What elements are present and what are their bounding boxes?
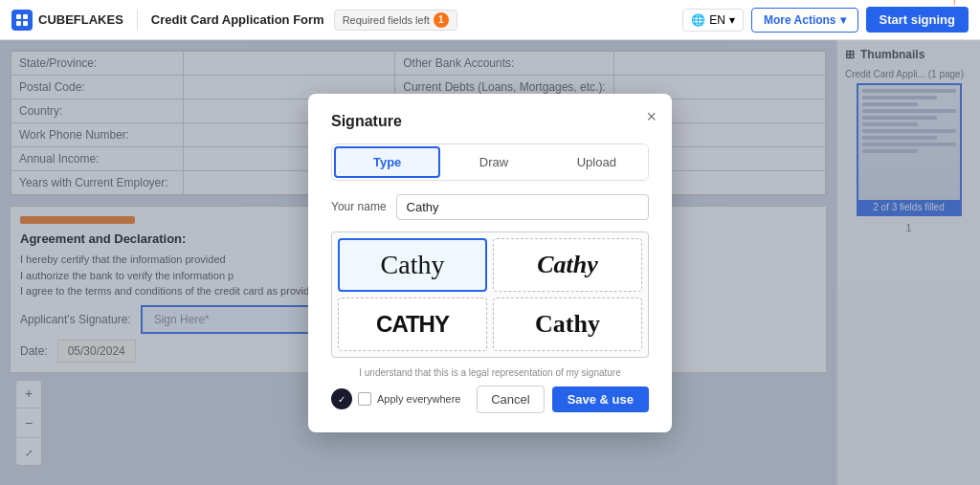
apply-everywhere-checkbox[interactable] bbox=[358, 392, 371, 406]
start-signing-button[interactable]: ↑ Start signing bbox=[866, 7, 969, 33]
sig-option-2[interactable]: Cathy bbox=[493, 238, 642, 292]
name-row: Your name bbox=[331, 194, 649, 220]
sig-style-cursive1: Cathy bbox=[381, 250, 445, 280]
legal-text: I understand that this is a legal repres… bbox=[331, 367, 649, 378]
name-label: Your name bbox=[331, 200, 387, 213]
modal-footer: ✓ Apply everywhere Cancel Save & use bbox=[331, 386, 649, 413]
svg-rect-2 bbox=[16, 21, 21, 26]
required-label: Required fields left bbox=[343, 14, 430, 26]
svg-rect-0 bbox=[16, 14, 21, 19]
lang-label: EN bbox=[709, 13, 725, 27]
tab-type[interactable]: Type bbox=[334, 146, 440, 178]
logo-text: CUBEFLAKES bbox=[38, 12, 123, 27]
signature-options: Cathy Cathy CATHY Cathy bbox=[331, 231, 649, 358]
arrow-up-icon: ↑ bbox=[949, 0, 959, 7]
name-input[interactable] bbox=[396, 194, 649, 220]
apply-icon: ✓ bbox=[331, 388, 352, 409]
sig-option-1[interactable]: Cathy bbox=[338, 238, 487, 292]
signature-modal: Signature × Type Draw Upload Your name C… bbox=[308, 94, 672, 432]
tab-draw[interactable]: Draw bbox=[442, 144, 545, 180]
required-count: 1 bbox=[434, 12, 449, 28]
check-icon: ✓ bbox=[338, 394, 345, 405]
topbar-separator bbox=[137, 10, 138, 31]
svg-rect-1 bbox=[23, 14, 28, 19]
svg-rect-3 bbox=[23, 21, 28, 26]
topbar-right: 🌐 EN ▾ More Actions ▾ ↑ Start signing bbox=[682, 7, 969, 33]
modal-close-button[interactable]: × bbox=[646, 107, 657, 127]
chevron-down-icon: ▾ bbox=[840, 13, 846, 27]
sig-option-4[interactable]: Cathy bbox=[493, 298, 642, 351]
modal-overlay: Signature × Type Draw Upload Your name C… bbox=[0, 40, 980, 485]
sig-style-bold1: CATHY bbox=[376, 311, 449, 338]
apply-everywhere-label: Apply everywhere bbox=[377, 393, 460, 405]
topbar: CUBEFLAKES Credit Card Application Form … bbox=[0, 0, 980, 40]
sig-style-serif1: Cathy bbox=[535, 310, 600, 339]
modal-title: Signature bbox=[331, 113, 649, 130]
globe-icon: 🌐 bbox=[691, 13, 705, 27]
start-signing-label: Start signing bbox=[880, 12, 955, 27]
save-use-button[interactable]: Save & use bbox=[552, 386, 649, 412]
more-actions-label: More Actions bbox=[764, 13, 836, 27]
logo-area: CUBEFLAKES bbox=[11, 10, 123, 31]
language-button[interactable]: 🌐 EN ▾ bbox=[682, 9, 744, 32]
chevron-down-icon: ▾ bbox=[729, 13, 735, 27]
modal-footer-left: ✓ Apply everywhere bbox=[331, 388, 469, 409]
form-title: Credit Card Application Form bbox=[151, 12, 324, 27]
logo-icon bbox=[11, 10, 33, 31]
modal-tabs: Type Draw Upload bbox=[331, 143, 649, 181]
more-actions-button[interactable]: More Actions ▾ bbox=[751, 8, 858, 33]
required-badge: Required fields left 1 bbox=[334, 10, 457, 31]
sig-option-3[interactable]: CATHY bbox=[338, 298, 487, 351]
cancel-button[interactable]: Cancel bbox=[477, 386, 544, 413]
sig-style-cursive2: Cathy bbox=[537, 251, 598, 279]
tab-upload[interactable]: Upload bbox=[546, 144, 648, 180]
